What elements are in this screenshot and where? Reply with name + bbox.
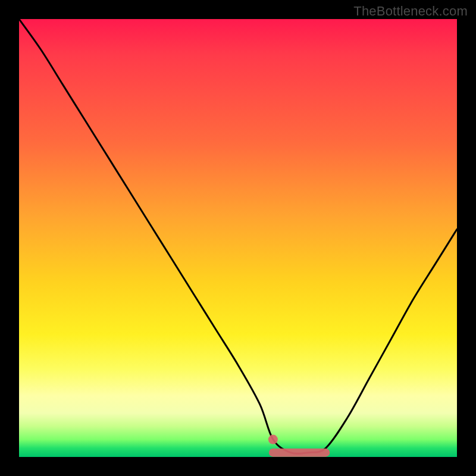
plot-area	[19, 19, 457, 457]
optimal-start-dot	[268, 435, 278, 444]
watermark-text: TheBottleneck.com	[353, 4, 468, 19]
chart-frame: TheBottleneck.com	[0, 0, 476, 476]
curve-layer	[19, 19, 457, 457]
bottleneck-curve	[19, 19, 457, 454]
bottleneck-curve-path	[19, 19, 457, 454]
